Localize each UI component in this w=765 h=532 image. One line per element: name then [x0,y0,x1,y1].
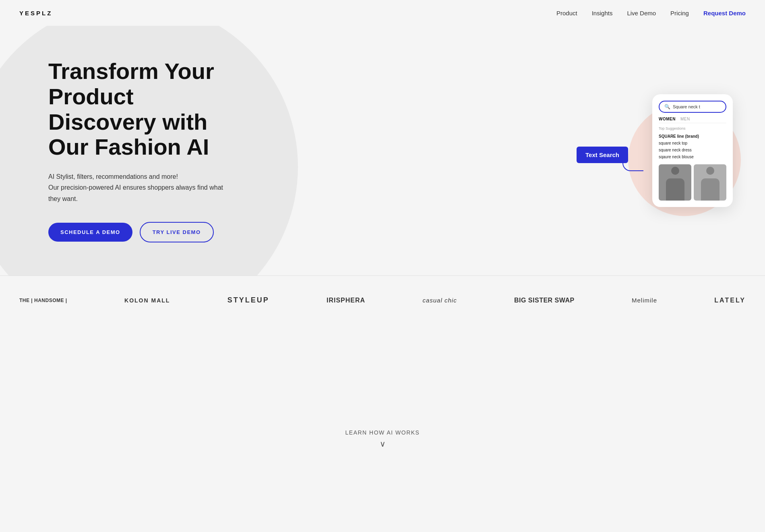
spacer [0,349,765,429]
nav-live-demo[interactable]: Live Demo [627,10,656,17]
logo-bigsisterswap: BIG SISTER SWAP [514,297,575,304]
phone-mockup: 🔍 Square neck t WOMEN MEN Top Suggestion… [652,94,733,207]
hero-buttons: SCHEDULE A DEMO TRY LIVE DEMO [48,222,234,242]
logo-handsome: THE | HANDSOME | [19,298,67,303]
navbar: YESPLZ Product Insights Live Demo Pricin… [0,0,765,26]
person-image-1 [659,164,691,201]
phone-tabs: WOMEN MEN [659,117,726,123]
phone-search-query: Square neck t [673,104,700,109]
phone-search-icon: 🔍 [664,104,670,110]
try-live-demo-button[interactable]: TRY LIVE DEMO [140,222,214,242]
nav-request-demo[interactable]: Request Demo [703,10,746,17]
text-search-area: Text Search [577,147,628,163]
person-image-2 [694,164,726,201]
logos-section: THE | HANDSOME | KOLON MALL STYLEUP IRIS… [0,275,765,325]
hero-content: Transform Your Product Discovery with Ou… [0,59,234,242]
logo-styleup: STYLEUP [227,296,269,304]
bottom-cta-text[interactable]: LEARN HOW AI WORKS [0,429,765,436]
hero-section: Transform Your Product Discovery with Ou… [0,26,765,275]
logo-kolon: KOLON MALL [124,297,170,304]
suggestion-2: square neck dress [659,147,726,153]
nav-pricing[interactable]: Pricing [670,10,689,17]
phone-search-bar: 🔍 Square neck t [659,101,726,113]
chevron-down-icon: ∨ [0,439,765,449]
logo-melimile: Melimile [632,297,657,304]
suggestion-0: SQUARE line (brand) [659,133,726,140]
phone-tab-men[interactable]: MEN [680,117,690,121]
hero-title: Transform Your Product Discovery with Ou… [48,59,234,160]
nav-links: Product Insights Live Demo Pricing Reque… [556,10,746,17]
phone-tab-women[interactable]: WOMEN [659,117,676,121]
suggestion-1: square neck top [659,140,726,147]
logo-lately: LATELY [714,297,746,304]
text-search-badge: Text Search [577,147,628,163]
phone-section-label: Top Suggestions [659,126,726,130]
logo-casualchic: casual chic [422,297,457,304]
suggestion-3: sqaure neck blouse [659,153,726,160]
schedule-demo-button[interactable]: SCHEDULE A DEMO [48,223,132,242]
bottom-cta-section: LEARN HOW AI WORKS ∨ [0,325,765,465]
nav-insights[interactable]: Insights [592,10,613,17]
logo-irisphera: IRISPHERA [327,297,365,304]
hero-subtitle: AI Stylist, filters, recommendations and… [48,171,234,204]
hero-right: Text Search 🔍 Square neck t WOMEN MEN To… [577,94,733,207]
phone-images [659,164,726,201]
nav-product[interactable]: Product [556,10,577,17]
logo[interactable]: YESPLZ [19,10,52,17]
